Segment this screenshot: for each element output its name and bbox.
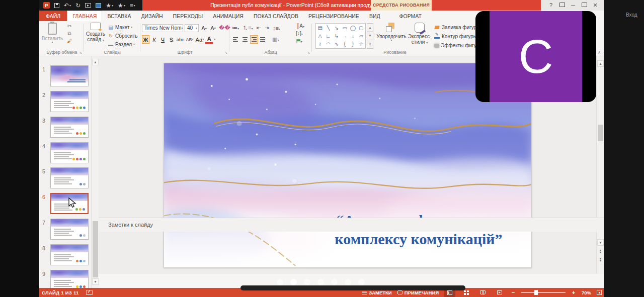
shape-left-brace-icon[interactable]: { bbox=[341, 40, 349, 48]
arrange-button[interactable]: Упорядочить ▾ bbox=[377, 23, 406, 42]
zoom-slider[interactable] bbox=[521, 292, 566, 293]
section-button[interactable]: ▬Раздел▾ bbox=[108, 41, 137, 48]
bold-button[interactable]: Ж bbox=[142, 35, 149, 44]
thumbnails-scrollbar[interactable]: ▲ ▼ bbox=[91, 56, 99, 288]
save-icon[interactable] bbox=[54, 3, 59, 8]
copy-icon[interactable]: ⧉ bbox=[66, 31, 72, 36]
italic-button[interactable]: К bbox=[150, 35, 158, 44]
slide-thumbnail-3[interactable] bbox=[50, 117, 89, 138]
zoom-in-icon[interactable]: + bbox=[571, 289, 576, 295]
ribbon-tab-вид[interactable]: ВИД bbox=[364, 11, 385, 21]
font-color-button[interactable]: А bbox=[205, 35, 213, 44]
notes-placeholder[interactable]: Заметки к слайду bbox=[108, 222, 153, 228]
justify-button[interactable] bbox=[259, 35, 267, 44]
quick-styles-button[interactable]: Экспресс-стили ▾ bbox=[407, 23, 432, 45]
main-vertical-scrollbar[interactable]: ▲ ▼ ▲▲ ▼▼ bbox=[596, 56, 604, 274]
collapse-ribbon-icon[interactable]: ∧ bbox=[598, 50, 601, 55]
zoom-level[interactable]: 70% bbox=[582, 290, 591, 295]
layout-button[interactable]: ▤Макет▾ bbox=[108, 24, 137, 31]
fit-slide-to-window-icon[interactable] bbox=[597, 290, 602, 295]
shape-rectangle-icon[interactable]: ▭ bbox=[341, 24, 349, 32]
previous-slide-icon[interactable]: ▲▲ bbox=[597, 248, 604, 254]
align-center-button[interactable] bbox=[241, 35, 249, 44]
decrease-indent-icon[interactable]: ⇤ bbox=[256, 25, 261, 31]
ribbon-tab-вставка[interactable]: ВСТАВКА bbox=[102, 11, 136, 21]
slide-thumbnail-8[interactable] bbox=[50, 244, 89, 265]
clipboard-dialog-launcher-icon[interactable]: ↘ bbox=[79, 51, 82, 55]
slide-thumbnail-5[interactable] bbox=[50, 167, 89, 188]
increase-indent-icon[interactable]: ⇥ bbox=[265, 25, 269, 31]
shape-elbow-arrow-connector-icon[interactable]: ↳ bbox=[333, 32, 341, 40]
ribbon-tab-главная[interactable]: ГЛАВНАЯ bbox=[67, 11, 102, 21]
ribbon-tab-дизайн[interactable]: ДИЗАЙН bbox=[136, 11, 168, 21]
shapes-gallery[interactable]: ▤╲↘▭◯▢△∟↳→↓▱≀◠∿{}☆ bbox=[315, 23, 366, 49]
cut-icon[interactable]: ✂ bbox=[66, 23, 72, 29]
align-text-icon[interactable]: [↕]▾ bbox=[296, 31, 304, 36]
shape-elbow-connector-icon[interactable]: ∟ bbox=[324, 32, 332, 40]
shape-line-icon[interactable]: ╲ bbox=[324, 24, 332, 32]
thumbnails-scroll-down-icon[interactable]: ▼ bbox=[92, 278, 99, 285]
redo-icon[interactable]: ↻ bbox=[75, 3, 80, 9]
zoom-slider-thumb[interactable] bbox=[534, 290, 538, 295]
shrink-font-icon[interactable]: А▾ bbox=[209, 24, 217, 32]
ribbon-tab-переходы[interactable]: ПЕРЕХОДЫ bbox=[168, 11, 208, 21]
shape-down-arrow-icon[interactable]: ↓ bbox=[349, 32, 357, 40]
text-shadow-button[interactable]: S bbox=[168, 35, 175, 44]
favorite-star-icon[interactable]: ★▾ bbox=[106, 3, 113, 9]
minimize-icon[interactable]: ─ bbox=[570, 3, 577, 8]
shape-oval-icon[interactable]: ◯ bbox=[349, 24, 357, 32]
bullets-icon[interactable]: ≔▾ bbox=[232, 25, 239, 31]
zoom-out-icon[interactable]: − bbox=[511, 289, 516, 295]
font-color-caret-icon[interactable]: ▾ bbox=[214, 38, 215, 41]
underline-button[interactable]: Ч bbox=[159, 35, 167, 44]
reading-view-button[interactable] bbox=[477, 288, 489, 297]
align-right-button[interactable] bbox=[250, 35, 258, 44]
spell-check-icon[interactable] bbox=[86, 290, 93, 295]
shape-star-icon[interactable]: ☆ bbox=[357, 40, 365, 48]
restore-down-icon[interactable] bbox=[581, 3, 588, 8]
slide-thumbnail-2[interactable] bbox=[50, 91, 89, 112]
collapsed-toolbar-pill[interactable] bbox=[240, 285, 465, 290]
format-painter-icon[interactable]: 🖌︎ bbox=[66, 38, 72, 44]
line-spacing-icon[interactable]: ↕≡▾ bbox=[273, 25, 280, 31]
thumbnails-scroll-up-icon[interactable]: ▲ bbox=[92, 59, 99, 65]
reading-view-icon[interactable] bbox=[96, 3, 101, 8]
shape-text-box-icon[interactable]: ▤ bbox=[316, 24, 324, 32]
numbering-icon[interactable]: ⒈≡▾ bbox=[243, 24, 253, 32]
paste-button[interactable]: Вставить ▾ bbox=[41, 23, 63, 44]
slideshow-from-start-icon[interactable] bbox=[85, 3, 91, 8]
powerpoint-logo-icon[interactable]: P bbox=[43, 2, 50, 9]
clear-formatting-icon[interactable]: �� bbox=[218, 24, 231, 32]
reset-button[interactable]: ↻Сбросить bbox=[108, 32, 137, 40]
ribbon-tab-показ слайдов[interactable]: ПОКАЗ СЛАЙДОВ bbox=[249, 11, 303, 21]
notes-pane[interactable]: Заметки к слайду bbox=[99, 218, 604, 232]
shape-arc-icon[interactable]: ◠ bbox=[324, 40, 332, 48]
customize-quick-access-icon[interactable]: ≡▾ bbox=[130, 3, 135, 9]
new-slide-button[interactable]: Создатьслайд ▾ bbox=[85, 23, 107, 42]
shape-curve-icon[interactable]: ∿ bbox=[333, 40, 341, 48]
shape-right-brace-icon[interactable]: } bbox=[349, 40, 357, 48]
slide-thumbnail-9[interactable] bbox=[50, 270, 89, 288]
favorite-star-icon-2[interactable]: ★▾ bbox=[118, 3, 125, 9]
font-family-combo[interactable]: Times New Rom▾ bbox=[142, 24, 183, 32]
shapes-more-icon[interactable]: ⊻ bbox=[367, 40, 373, 48]
shapes-scroll-up-icon[interactable]: ▲ bbox=[367, 24, 373, 32]
notes-toggle-button[interactable]: ЗАМЕТКИ bbox=[362, 290, 392, 295]
undo-icon[interactable]: ↶▾ bbox=[64, 3, 71, 9]
video-participant-tile[interactable]: C bbox=[475, 11, 596, 102]
shape-freeform-icon[interactable]: ≀ bbox=[316, 40, 324, 48]
sign-in-link[interactable]: Вход bbox=[626, 12, 637, 18]
ribbon-tab-рецензирование[interactable]: РЕЦЕНЗИРОВАНИЕ bbox=[303, 11, 364, 21]
thumbnails-scrollbar-thumb[interactable] bbox=[93, 221, 98, 277]
strikethrough-button[interactable]: abc bbox=[176, 35, 185, 44]
shapes-gallery-scrollbar[interactable]: ▲ ▼ ⊻ bbox=[367, 23, 373, 49]
slideshow-view-button[interactable] bbox=[494, 288, 505, 297]
align-left-button[interactable] bbox=[232, 35, 240, 44]
ribbon-tab-анимация[interactable]: АНИМАЦИЯ bbox=[208, 11, 249, 21]
ribbon-tab-формат[interactable]: ФОРМАТ bbox=[394, 11, 427, 21]
main-scrollbar-thumb[interactable] bbox=[598, 125, 603, 141]
shape-right-arrow-icon[interactable]: → bbox=[341, 32, 349, 40]
next-slide-icon[interactable]: ▼▼ bbox=[597, 256, 604, 263]
ribbon-display-options-icon[interactable] bbox=[558, 3, 566, 8]
ribbon-tab-файл[interactable]: ФАЙЛ bbox=[39, 11, 67, 21]
